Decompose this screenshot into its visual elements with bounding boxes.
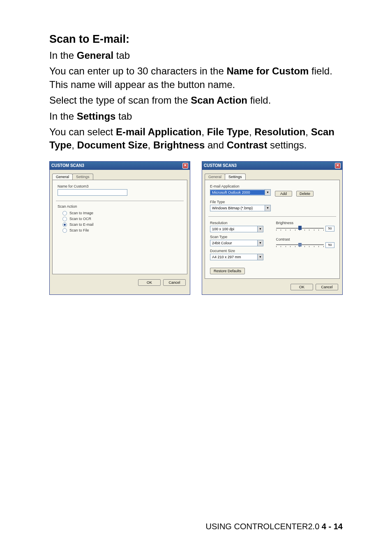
page-number: 4 - 14: [322, 522, 343, 531]
radio-icon: [62, 228, 67, 233]
dialog-title: CUSTOM SCAN3: [204, 163, 237, 168]
cancel-button[interactable]: Cancel: [163, 279, 186, 286]
text-bold: Contrast: [227, 139, 267, 151]
radio-icon: [62, 211, 67, 215]
paragraph-name-for-custom: You can enter up to 30 characters in the…: [49, 65, 343, 91]
email-application-dropdown[interactable]: Microsoft Outlook 2000 ▼: [210, 189, 271, 196]
radio-icon: [62, 217, 67, 221]
scan-action-label: Scan Action: [58, 204, 182, 208]
text: ,: [71, 139, 77, 151]
radio-label: Scan to File: [69, 228, 89, 232]
file-type-label: File Type: [210, 200, 334, 204]
text-bold: Resolution: [254, 126, 305, 137]
chevron-down-icon: ▼: [265, 190, 270, 195]
text-bold: Name for Custom: [226, 65, 309, 76]
footer-text: USING CONTROLCENTER2.0: [206, 522, 322, 531]
paragraph-scan-action: Select the type of scan from the Scan Ac…: [49, 94, 343, 107]
titlebar: CUSTOM SCAN3 ✕: [202, 162, 342, 170]
text-bold: Settings: [77, 111, 116, 122]
radio-label: Scan to Image: [69, 211, 93, 215]
text-bold: Scan Action: [191, 95, 247, 106]
text: tab: [113, 50, 130, 61]
brightness-value: 50: [325, 226, 334, 232]
text: You can select: [49, 126, 116, 137]
restore-defaults-button[interactable]: Restore Defaults: [210, 268, 245, 274]
text-bold: E-mail Application: [116, 126, 201, 137]
ok-button[interactable]: OK: [291, 284, 313, 290]
section-heading: Scan to E-mail:: [49, 33, 343, 46]
name-for-custom-label: Name for Custom3: [58, 184, 182, 188]
delete-button[interactable]: Delete: [296, 191, 314, 197]
radio-scan-to-email[interactable]: Scan to E-mail: [62, 222, 182, 227]
chevron-down-icon: ▼: [265, 205, 270, 211]
radio-scan-to-file[interactable]: Scan to File: [62, 228, 182, 233]
divider: [208, 216, 336, 217]
tab-general[interactable]: General: [52, 174, 73, 180]
paragraph-general-tab: In the General tab: [49, 49, 343, 62]
text-bold: Document Size: [77, 139, 148, 151]
close-icon[interactable]: ✕: [335, 163, 341, 169]
dropdown-value: Windows Bitmap (*.bmp): [210, 206, 265, 211]
text: ,: [201, 126, 207, 137]
text: ,: [148, 139, 153, 151]
radio-scan-to-image[interactable]: Scan to Image: [62, 211, 182, 215]
text: ,: [249, 126, 254, 137]
brightness-label: Brightness: [276, 221, 335, 225]
ok-button[interactable]: OK: [138, 279, 161, 286]
scan-type-dropdown[interactable]: 24bit Colour ▼: [210, 240, 263, 246]
slider-thumb: [298, 242, 302, 248]
divider: [56, 201, 184, 201]
text: You can enter up to 30 characters in the: [49, 65, 226, 76]
email-application-label: E-mail Application: [210, 184, 334, 188]
dropdown-value: 100 x 100 dpi: [210, 227, 257, 232]
page-footer: USING CONTROLCENTER2.0 4 - 14: [206, 522, 343, 531]
contrast-value: 50: [325, 242, 334, 248]
resolution-dropdown[interactable]: 100 x 100 dpi ▼: [210, 226, 263, 232]
chevron-down-icon: ▼: [257, 254, 263, 260]
text: settings.: [267, 139, 307, 151]
contrast-slider[interactable]: [276, 242, 324, 248]
dialog-title: CUSTOM SCAN3: [51, 163, 84, 168]
chevron-down-icon: ▼: [257, 226, 263, 232]
text-bold: File Type: [207, 126, 249, 137]
tab-general[interactable]: General: [205, 174, 225, 180]
text-bold: Brightness: [153, 139, 205, 151]
paragraph-settings-list: You can select E-mail Application, File …: [49, 125, 343, 152]
text: tab: [115, 111, 132, 122]
slider-thumb: [298, 226, 302, 230]
text: In the: [49, 50, 77, 61]
add-button[interactable]: Add: [275, 191, 292, 197]
tab-settings[interactable]: Settings: [72, 174, 93, 180]
document-size-label: Document Size: [210, 249, 269, 253]
text: and: [205, 139, 226, 151]
tab-settings[interactable]: Settings: [225, 174, 246, 180]
text: In the: [49, 111, 77, 122]
resolution-label: Resolution: [210, 221, 269, 225]
cancel-button[interactable]: Cancel: [316, 284, 338, 290]
brightness-slider[interactable]: [276, 226, 324, 232]
titlebar: CUSTOM SCAN3 ✕: [50, 162, 190, 170]
text: ,: [305, 126, 311, 137]
dropdown-value: A4 210 x 297 mm: [210, 255, 257, 259]
file-type-dropdown[interactable]: Windows Bitmap (*.bmp) ▼: [210, 205, 271, 211]
chevron-down-icon: ▼: [257, 240, 263, 246]
radio-label: Scan to E-mail: [69, 222, 94, 227]
text: Select the type of scan from the: [49, 95, 191, 106]
radio-icon: [62, 222, 67, 227]
paragraph-settings-tab: In the Settings tab: [49, 110, 343, 123]
text: field.: [247, 95, 271, 106]
scan-type-label: Scan Type: [210, 235, 269, 239]
name-for-custom-input[interactable]: [58, 189, 127, 196]
document-size-dropdown[interactable]: A4 210 x 297 mm ▼: [210, 254, 263, 260]
contrast-label: Contrast: [276, 237, 335, 241]
dialog-general: CUSTOM SCAN3 ✕ General Settings Name for…: [49, 161, 190, 295]
radio-scan-to-ocr[interactable]: Scan to OCR: [62, 217, 182, 221]
radio-label: Scan to OCR: [69, 217, 91, 221]
dialog-settings: CUSTOM SCAN3 ✕ General Settings E-mail A…: [202, 161, 343, 295]
dropdown-value: 24bit Colour: [210, 241, 257, 246]
dropdown-value: Microsoft Outlook 2000: [210, 190, 265, 195]
text-bold: General: [77, 50, 113, 61]
close-icon[interactable]: ✕: [182, 163, 188, 169]
